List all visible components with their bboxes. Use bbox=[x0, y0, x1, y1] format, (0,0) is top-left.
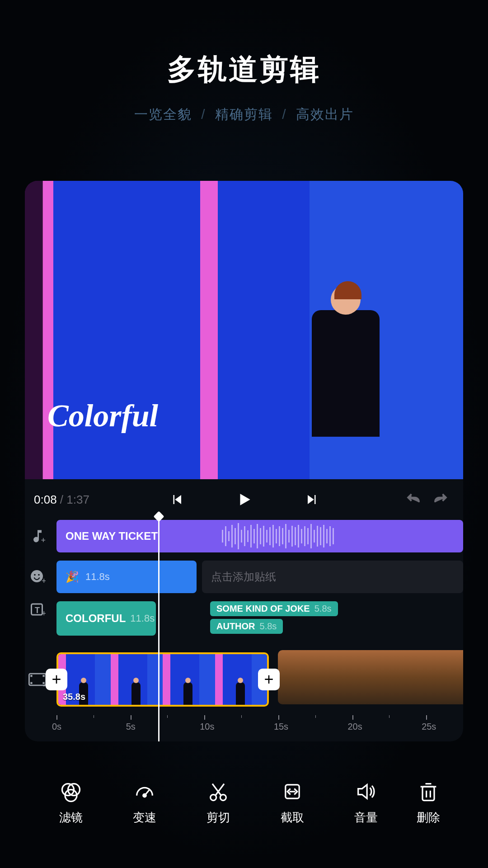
filter-tool[interactable]: 滤镜 bbox=[42, 780, 100, 826]
video-preview[interactable]: Colorful bbox=[25, 181, 463, 479]
time-display: 0:08 / 1:37 bbox=[34, 493, 89, 507]
volume-tool[interactable]: 音量 bbox=[337, 780, 395, 826]
total-time: 1:37 bbox=[66, 493, 89, 506]
waveform-icon bbox=[219, 520, 463, 552]
cut-tool[interactable]: 剪切 bbox=[189, 780, 248, 826]
svg-text:+: + bbox=[42, 609, 46, 618]
speed-tool[interactable]: 变速 bbox=[115, 780, 174, 826]
add-music-icon[interactable]: + bbox=[25, 528, 50, 544]
svg-point-2 bbox=[34, 574, 36, 576]
svg-text:+: + bbox=[41, 536, 46, 544]
sticker-clip[interactable]: 🎉 11.8s bbox=[56, 561, 197, 593]
svg-point-18 bbox=[143, 794, 146, 797]
svg-rect-10 bbox=[30, 682, 32, 684]
video-track: + + 35.8s + bbox=[56, 650, 463, 709]
add-clip-after-button[interactable]: + bbox=[258, 669, 280, 690]
text-track: T+ COLORFUL 11.8s SOME KIND OF JOKE 5.8s… bbox=[56, 601, 463, 642]
playhead[interactable] bbox=[158, 516, 160, 741]
sticker-duration: 11.8s bbox=[85, 571, 110, 583]
video-clip-duration: 35.8s bbox=[63, 692, 85, 702]
delete-tool[interactable]: 删除 bbox=[410, 780, 446, 826]
music-clip[interactable]: ONE WAY TICKET bbox=[56, 520, 463, 552]
svg-point-3 bbox=[38, 574, 40, 576]
hero-subtitle: 一览全貌 / 精确剪辑 / 高效出片 bbox=[0, 105, 488, 124]
text-clip-duration: 11.8s bbox=[130, 613, 155, 624]
text-clip-main[interactable]: COLORFUL 11.8s bbox=[56, 601, 156, 636]
current-time: 0:08 bbox=[34, 493, 57, 506]
text-clip-label: COLORFUL bbox=[66, 612, 126, 625]
play-button[interactable] bbox=[231, 491, 258, 508]
svg-text:T: T bbox=[35, 606, 40, 615]
music-track: + ONE WAY TICKET bbox=[56, 520, 463, 552]
add-clip-before-button[interactable]: + bbox=[46, 669, 67, 690]
add-text-icon[interactable]: T+ bbox=[25, 601, 50, 618]
svg-rect-11 bbox=[42, 675, 44, 677]
previous-button[interactable] bbox=[163, 493, 190, 506]
crop-tool[interactable]: 截取 bbox=[263, 780, 322, 826]
svg-text:+: + bbox=[42, 576, 46, 585]
next-button[interactable] bbox=[299, 493, 326, 506]
add-sticker-placeholder[interactable]: 点击添加贴纸 bbox=[202, 561, 463, 593]
sticker-track: + 🎉 11.8s 点击添加贴纸 bbox=[56, 561, 463, 593]
hero-header: 多轨道剪辑 一览全貌 / 精确剪辑 / 高效出片 bbox=[0, 0, 488, 124]
bottom-toolbar: 滤镜 变速 剪切 截取 音量 删除 bbox=[25, 769, 463, 836]
svg-rect-9 bbox=[30, 675, 32, 677]
redo-button[interactable] bbox=[427, 491, 454, 508]
add-sticker-icon[interactable]: + bbox=[25, 569, 50, 585]
preview-subject bbox=[305, 285, 386, 479]
video-clip-selected[interactable]: 35.8s bbox=[56, 652, 269, 707]
hero-title: 多轨道剪辑 bbox=[0, 50, 488, 89]
editor-app: Colorful 0:08 / 1:37 + bbox=[25, 181, 463, 741]
text-clip-author[interactable]: AUTHOR 5.8s bbox=[210, 619, 283, 634]
timeline-tracks: + ONE WAY TICKET + 🎉 11.8s 点击添加贴纸 bbox=[25, 520, 463, 735]
undo-button[interactable] bbox=[400, 491, 427, 508]
music-clip-title: ONE WAY TICKET bbox=[66, 530, 158, 542]
svg-point-1 bbox=[31, 570, 43, 582]
preview-overlay-text: Colorful bbox=[47, 398, 158, 434]
sticker-emoji: 🎉 bbox=[66, 571, 79, 583]
text-clip-joke[interactable]: SOME KIND OF JOKE 5.8s bbox=[210, 601, 338, 616]
svg-rect-25 bbox=[422, 787, 434, 800]
video-clip-2[interactable] bbox=[278, 650, 463, 704]
time-ruler[interactable]: 0s 5s 10s 15s 20s 25s bbox=[56, 717, 463, 735]
transport-bar: 0:08 / 1:37 bbox=[25, 479, 463, 520]
